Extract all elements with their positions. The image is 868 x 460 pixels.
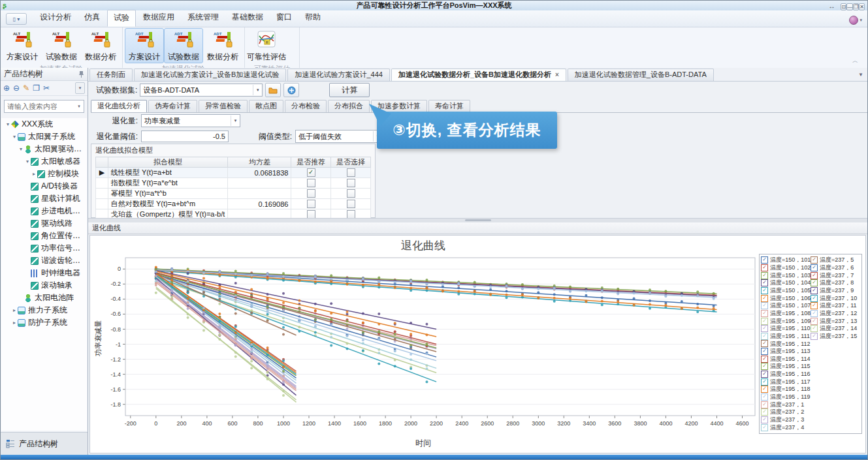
tree-expander-icon[interactable]: ▸ [11,307,18,313]
tree-expander-icon[interactable]: ▾ [11,134,18,140]
add-node-icon[interactable]: ⊕ [3,84,10,93]
legend-item[interactable]: ✓温度=237，1 [761,401,811,408]
select-checkbox[interactable] [347,189,355,198]
legend-item[interactable]: ✓温度=237，9 [811,287,860,295]
legend-checkbox[interactable]: ✓ [811,310,818,317]
legend-checkbox[interactable]: ✓ [761,378,768,386]
legend-checkbox[interactable]: ✓ [811,333,818,340]
legend-checkbox[interactable]: ✓ [811,295,818,302]
legend-checkbox[interactable]: ✓ [761,363,768,370]
legend-checkbox[interactable]: ✓ [761,325,768,332]
remove-node-icon[interactable]: ⊖ [13,84,20,93]
legend-item[interactable]: ✓温度=237，2 [761,408,811,416]
legend-item[interactable]: ✓温度=237，4 [761,423,811,431]
recommend-checkbox[interactable] [307,200,315,208]
legend-item[interactable]: ✓温度=237，15 [811,333,860,341]
menu-item-试验[interactable]: 试验 [107,10,136,27]
threshold-input[interactable] [141,130,229,142]
legend-item[interactable]: ✓温度=237，13 [811,317,860,325]
legend-item[interactable]: ✓温度=150，103 [761,271,811,279]
menu-item-帮助[interactable]: 帮助 [299,10,327,27]
tree-item-角位置传感器[interactable]: 角位置传感器 [1,230,87,242]
legend-item[interactable]: ✓温度=195，111 [761,333,811,341]
legend-checkbox[interactable]: ✓ [811,318,818,325]
doc-tab-加速退化试验数据分析_设备B加速退化数据分析[interactable]: 加速退化试验数据分析_设备B加速退化数据分析× [391,69,566,81]
tree-item-太阳翼子系统[interactable]: ▾太阳翼子系统 [1,130,87,143]
legend-item[interactable]: ✓温度=237，8 [811,279,860,287]
threshold-type-combo[interactable]: 低于阈值失效 ▾ [295,130,383,143]
legend-checkbox[interactable]: ✓ [761,340,768,347]
legend-checkbox[interactable]: ✓ [811,302,818,309]
legend-checkbox[interactable]: ✓ [761,287,768,294]
legend-checkbox[interactable]: ✓ [811,279,818,286]
chevron-down-icon[interactable]: ▾ [74,104,84,109]
tree-item-XXX系统[interactable]: ▾XXX系统 [1,118,87,130]
app-menu-button[interactable]: ▯▾ [6,13,27,25]
minimize-button[interactable]: — [846,3,853,10]
menu-item-数据应用[interactable]: 数据应用 [137,10,180,27]
legend-checkbox[interactable]: ✓ [811,264,818,271]
legend-checkbox[interactable]: ✓ [761,310,768,317]
search-input[interactable] [5,102,74,110]
subtab-退化曲线分析[interactable]: 退化曲线分析 [91,100,147,112]
ribbon-button-可靠性评估[interactable]: R可靠性评估 [247,28,286,63]
legend-item[interactable]: ✓温度=195，113 [761,348,811,356]
legend-item[interactable]: ✓温度=237，14 [811,325,860,333]
select-checkbox[interactable] [347,200,355,208]
copy-icon[interactable]: ❐ [33,84,40,93]
chevron-down-icon[interactable]: ▾ [231,115,240,126]
tree-item-控制模块[interactable]: ▸控制模块 [1,168,87,180]
subtab-伪寿命计算[interactable]: 伪寿命计算 [148,100,197,112]
legend-checkbox[interactable]: ✓ [761,295,768,302]
legend-item[interactable]: ✓温度=150，106 [761,294,811,302]
add-dataset-button[interactable] [283,83,299,97]
menu-item-基础数据[interactable]: 基础数据 [226,10,269,27]
tree-item-功率信号导电环[interactable]: 功率信号导电环 [1,242,87,254]
tree-item-太阳敏感器[interactable]: ▾太阳敏感器 [1,155,87,168]
legend-item[interactable]: ✓温度=237，10 [811,294,860,302]
select-checkbox[interactable] [347,168,355,177]
tree-item-太阳翼驱动机构[interactable]: ▾太阳翼驱动机构 [1,143,87,155]
subtab-寿命计算[interactable]: 寿命计算 [428,100,470,112]
subtab-分布检验[interactable]: 分布检验 [285,100,327,112]
legend-item[interactable]: ✓温度=195，116 [761,371,811,378]
tree-expander-icon[interactable]: ▸ [11,320,18,326]
menu-item-窗口[interactable]: 窗口 [270,10,298,27]
legend-item[interactable]: ✓温度=150，105 [761,287,811,295]
maximize-button[interactable]: ❐ [853,3,859,10]
tab-overflow-icon[interactable]: ▼ [858,72,863,78]
legend-checkbox[interactable]: ✓ [761,264,768,271]
legend-item[interactable]: ✓温度=150，101 [761,256,811,264]
legend-checkbox[interactable]: ✓ [761,393,768,401]
legend-item[interactable]: ✓温度=237，7 [811,271,860,279]
pin-icon[interactable] [78,70,84,78]
legend-item[interactable]: ✓温度=195，110 [761,325,811,333]
tree-item-星载计算机[interactable]: 星载计算机 [1,192,87,205]
table-row[interactable]: 指数模型 Y(t)=a*e^bt [96,178,371,189]
tree-search-combo[interactable]: ▾ [4,100,84,113]
ribbon-button-试验数据[interactable]: ALT试验数据 [42,28,81,63]
toolbar-overflow-icon[interactable]: ▾ [75,82,85,94]
subtab-异常值检验[interactable]: 异常值检验 [199,100,248,112]
tree-expander-icon[interactable]: ▾ [24,159,31,164]
legend-item[interactable]: ✓温度=237，3 [761,416,811,424]
collapse-ribbon-icon[interactable]: ︿ [852,57,858,65]
cut-icon[interactable]: ✂ [43,84,50,93]
subtab-分布拟合[interactable]: 分布拟合 [328,100,370,112]
legend-item[interactable]: ✓温度=195，118 [761,386,811,393]
chevron-down-icon[interactable]: ▾ [253,85,262,95]
legend-checkbox[interactable]: ✓ [761,272,768,279]
tree-item-防护子系统[interactable]: ▸防护子系统 [1,316,87,329]
menu-item-设计分析[interactable]: 设计分析 [34,10,77,27]
chevron-down-icon[interactable]: ▾ [860,18,862,23]
doc-tab-加速退化试验方案设计_设备B加速退化试验[interactable]: 加速退化试验方案设计_设备B加速退化试验 [134,69,286,81]
doc-tab-任务剖面[interactable]: 任务剖面 [89,69,133,81]
degradation-quantity-combo[interactable]: 功率衰减量 ▾ [141,114,240,127]
doc-tab-加速退化试验数据管理_设备B-ADT-DATA[interactable]: 加速退化试验数据管理_设备B-ADT-DATA [568,69,714,81]
legend-item[interactable]: ✓温度=195，117 [761,378,811,386]
legend-checkbox[interactable]: ✓ [761,348,768,355]
recommend-checkbox[interactable]: ✓ [307,168,315,177]
legend-item[interactable]: ✓温度=195，108 [761,310,811,318]
tree-item-步进电机及传...[interactable]: 步进电机及传... [1,205,87,217]
legend-item[interactable]: ✓温度=195，115 [761,363,811,371]
